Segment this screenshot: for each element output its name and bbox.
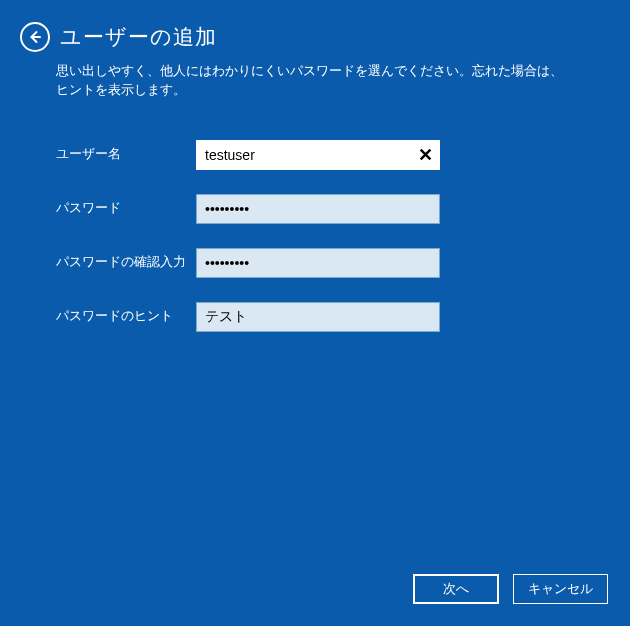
cancel-button[interactable]: キャンセル [513, 574, 608, 604]
page-description: 思い出しやすく、他人にはわかりにくいパスワードを選んでください。忘れた場合は、ヒ… [0, 62, 630, 100]
hint-input[interactable] [196, 302, 440, 332]
next-button[interactable]: 次へ [413, 574, 499, 604]
user-form: ユーザー名 ✕ パスワード パスワードの確認入力 パスワードのヒント [0, 100, 630, 332]
password-confirm-label: パスワードの確認入力 [56, 254, 196, 271]
password-input[interactable] [196, 194, 440, 224]
clear-username-button[interactable]: ✕ [410, 140, 440, 170]
username-label: ユーザー名 [56, 146, 196, 163]
password-confirm-input[interactable] [196, 248, 440, 278]
arrow-left-icon [28, 30, 42, 44]
username-input[interactable] [196, 140, 440, 170]
password-label: パスワード [56, 200, 196, 217]
hint-label: パスワードのヒント [56, 308, 196, 325]
close-icon: ✕ [418, 144, 433, 166]
back-button[interactable] [20, 22, 50, 52]
page-title: ユーザーの追加 [60, 23, 217, 51]
